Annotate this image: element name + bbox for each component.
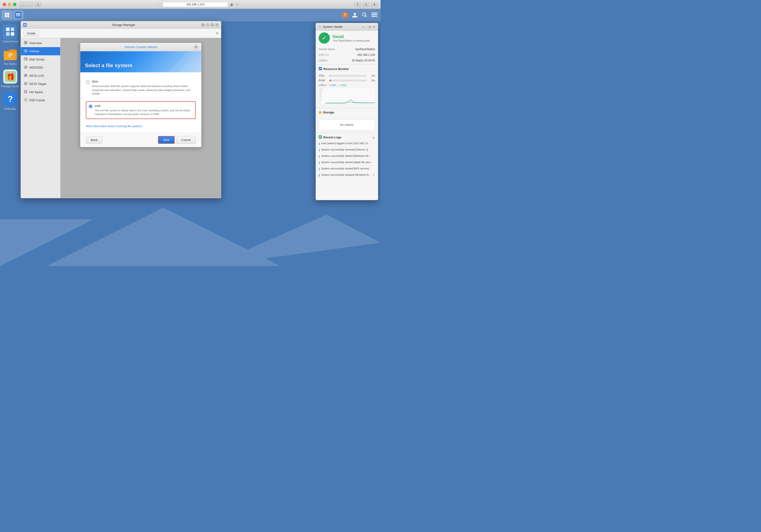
svg-rect-6 [16, 15, 21, 16]
wizard-cancel-button[interactable]: Cancel [176, 136, 196, 144]
svg-rect-37 [24, 41, 26, 43]
wizard-title: Volume Creation Wizard [83, 45, 199, 49]
sidebar-item-iscsi-lun[interactable]: iSCSI LUN [21, 72, 60, 80]
wizard-body: Btrfs Recommended. Btrfs file system sup… [80, 72, 201, 133]
sidebar-item-volume[interactable]: Volume [21, 47, 60, 55]
sidebar-item-iscsi-target-label: iSCSI Target [29, 82, 46, 86]
svg-marker-18 [210, 215, 380, 266]
dock-item-file-station[interactable]: 🔍 File Station [3, 47, 18, 65]
svg-point-45 [27, 58, 27, 58]
sm-minimize-btn[interactable]: − [205, 23, 209, 27]
recent-logs-header: Recent Logs ▲ [316, 133, 378, 141]
sm-close-btn[interactable]: ✕ [215, 23, 219, 27]
sidebar-item-disk-group[interactable]: Disk Group [21, 55, 60, 64]
ram-bar-track [329, 80, 367, 81]
mac-minimize-btn[interactable] [8, 3, 11, 6]
svg-rect-34 [24, 24, 27, 25]
sidebar-item-disk-group-label: Disk Group [29, 58, 44, 61]
system-health-panel: 🛡 System Health + − ⊡ ✕ ✓ Good Your Rack… [316, 23, 378, 200]
sidebar-item-ssd-cache[interactable]: ⚡ SSD Cache [21, 96, 60, 104]
dsm-grid-btn[interactable] [2, 11, 12, 19]
lan-down-value: ↓ 3 KB/s [338, 84, 347, 86]
wizard-next-button[interactable]: Next [158, 136, 175, 144]
log-info-icon: ℹ [319, 155, 320, 158]
panel-restore-btn[interactable]: ⊡ [369, 25, 372, 29]
wizard-more-info-link[interactable]: More information about choosing file sys… [86, 125, 142, 128]
dock-item-control-panel[interactable]: Control Panel [3, 24, 18, 43]
disk-group-icon [24, 57, 27, 61]
dsm-layout-icon[interactable] [370, 11, 379, 19]
cpu-bar-fill [329, 75, 330, 77]
sidebar-item-overview[interactable]: Overview [21, 39, 60, 47]
logs-scroll-down-icon[interactable]: ▼ [373, 173, 375, 176]
btrfs-radio[interactable] [86, 80, 89, 84]
btrfs-label: Btrfs [92, 80, 196, 83]
logs-scroll-up-icon[interactable]: ▲ [372, 136, 375, 139]
overview-icon [24, 41, 27, 45]
svg-text:?: ? [8, 94, 13, 104]
mac-url-input[interactable] [163, 2, 228, 7]
svg-rect-71 [319, 137, 321, 138]
ram-row: RAM 5% [319, 79, 375, 82]
ext4-radio[interactable] [89, 105, 92, 108]
storage-title: Storage [323, 111, 334, 114]
storage-manager-window: Storage Manager ⚙ − ⊡ ✕ Create ≡ [21, 21, 221, 198]
volume-icon [24, 49, 27, 53]
dock-item-package-center[interactable]: 🎁 Package Center [1, 69, 20, 88]
sm-settings-btn[interactable]: ⚙ [201, 23, 205, 27]
log-text-0: User [admin] logged in from [192.168.1.6… [321, 142, 375, 145]
ext4-description: The ext4 file system is widely used in t… [95, 109, 193, 116]
panel-minimize-btn[interactable]: − [365, 25, 367, 29]
wizard-close-btn[interactable]: ✕ [194, 45, 199, 49]
panel-close-btn[interactable]: ✕ [373, 25, 376, 29]
svg-rect-22 [6, 32, 10, 36]
dsm-search-icon[interactable] [360, 11, 369, 19]
dock-label-dsm-help: DSM Help [4, 108, 16, 110]
svg-rect-3 [7, 15, 9, 17]
system-health-shield-icon: 🛡 [318, 25, 322, 29]
panel-plus-btn[interactable]: + [362, 25, 364, 29]
dock-item-dsm-help[interactable]: ? DSM Help [3, 92, 18, 110]
storage-body: No volume [316, 116, 378, 133]
sidebar-item-ssd-cache-label: SSD Cache [29, 98, 45, 102]
ram-label: RAM [319, 79, 327, 82]
dsm-user-icon[interactable] [351, 11, 359, 19]
sm-maximize-btn[interactable]: ⊡ [210, 23, 214, 27]
health-status-label: Good [333, 34, 371, 39]
mac-tab-btn[interactable]: ⊞ [35, 2, 41, 7]
mac-share-btn[interactable]: ⬆ [354, 2, 361, 7]
dsm-taskbar: ? [0, 9, 380, 21]
mac-forward-btn[interactable]: › [27, 2, 33, 7]
log-item: ℹ User [admin] logged in from [192.168.1… [316, 141, 378, 147]
health-info: Good Your RackStation is working well. [333, 34, 371, 42]
dock-label-package-center: Package Center [1, 85, 20, 88]
svg-rect-36 [24, 26, 27, 27]
wizard-btrfs-option[interactable]: Btrfs Recommended. Btrfs file system sup… [86, 77, 196, 99]
health-section: ✓ Good Your RackStation is working well.… [316, 30, 378, 65]
log-item: ℹ System successfully started [NFS servi… [316, 166, 378, 172]
wizard-overlay: Volume Creation Wizard ✕ Select a file s… [60, 38, 221, 198]
dsm-storage-manager-taskbar[interactable] [13, 11, 23, 19]
wizard-back-button[interactable]: Back [86, 136, 102, 143]
sm-create-button[interactable]: Create [24, 30, 39, 36]
mac-close-btn[interactable] [3, 3, 6, 6]
mac-fullscreen-btn[interactable] [13, 3, 16, 6]
recent-logs-icon [319, 135, 322, 139]
resource-monitor-body: CPU 2% RAM 5% LAN 1 ↑ 2 KB/s ↓ 3 K [316, 72, 378, 108]
wizard-ext4-option[interactable]: ext4 The ext4 file system is widely used… [86, 101, 196, 119]
mac-window-btn[interactable]: ⊡ [363, 2, 369, 7]
wizard-header-image: Select a file system [80, 51, 201, 72]
lan-stats-row: LAN 1 ↑ 2 KB/s ↓ 3 KB/s [319, 83, 375, 87]
mac-back-btn[interactable]: ‹ [20, 2, 26, 7]
dsm-support-icon[interactable]: ? [341, 11, 349, 19]
sidebar-item-hdd-ssd[interactable]: HDD/SSD [21, 64, 60, 72]
mac-add-btn[interactable]: + [371, 2, 378, 7]
svg-rect-20 [6, 27, 10, 31]
iscsi-target-icon [24, 82, 27, 86]
log-item: ℹ System successfully started [Apple fil… [316, 160, 378, 166]
sidebar-item-iscsi-target[interactable]: iSCSI Target [21, 80, 60, 88]
lan-stats-label: LAN 1 [319, 83, 326, 87]
ext4-option-content: ext4 The ext4 file system is widely used… [95, 104, 193, 116]
sidebar-item-hot-spare[interactable]: Hot Spare [21, 88, 60, 96]
sm-list-icon[interactable]: ≡ [216, 31, 218, 35]
